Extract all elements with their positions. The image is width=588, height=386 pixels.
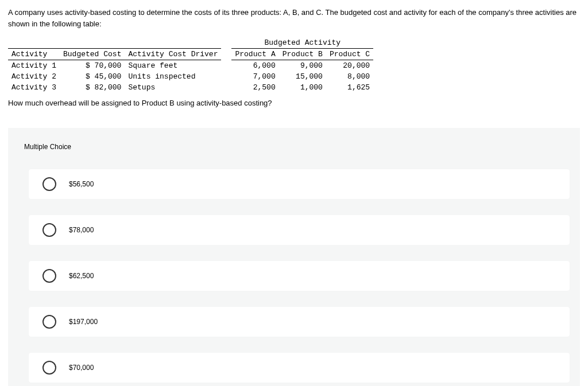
cell-prod-c: 8,000	[326, 71, 373, 82]
cell-prod-b: 15,000	[279, 71, 326, 82]
cell-prod-c: 1,625	[326, 82, 373, 93]
choice-label: $70,000	[69, 364, 94, 372]
choice-option[interactable]: $56,500	[29, 169, 570, 199]
table-row: Activity 2 $ 45,000 Units inspected 7,00…	[8, 71, 373, 82]
question-text: How much overhead will be assigned to Pr…	[8, 99, 580, 107]
cell-prod-b: 9,000	[279, 60, 326, 72]
cell-driver: Square feet	[125, 60, 221, 72]
choice-option[interactable]: $70,000	[29, 353, 570, 383]
cell-activity: Activity 3	[8, 82, 60, 93]
col-cost-driver: Activity Cost Driver	[125, 49, 221, 60]
cell-prod-a: 2,500	[231, 82, 278, 93]
cell-activity: Activity 1	[8, 60, 60, 72]
col-product-a: Product A	[231, 49, 278, 60]
choice-option[interactable]: $197,000	[29, 307, 570, 337]
activity-table: Budgeted Activity Activity Budgeted Cost…	[8, 37, 373, 93]
cell-prod-b: 1,000	[279, 82, 326, 93]
table-row: Activity 1 $ 70,000 Square feet 6,000 9,…	[8, 60, 373, 72]
cell-cost: $ 70,000	[60, 60, 125, 72]
choice-label: $56,500	[69, 180, 94, 188]
table-super-header: Budgeted Activity	[231, 37, 373, 49]
cell-prod-a: 6,000	[231, 60, 278, 72]
cell-activity: Activity 2	[8, 71, 60, 82]
radio-icon[interactable]	[42, 177, 56, 191]
table-row: Activity 3 $ 82,000 Setups 2,500 1,000 1…	[8, 82, 373, 93]
choice-option[interactable]: $62,500	[29, 261, 570, 291]
radio-icon[interactable]	[42, 223, 56, 237]
choice-label: $62,500	[69, 272, 94, 280]
col-product-c: Product C	[326, 49, 373, 60]
problem-intro: A company uses activity-based costing to…	[8, 7, 580, 29]
cell-prod-c: 20,000	[326, 60, 373, 72]
cell-prod-a: 7,000	[231, 71, 278, 82]
choice-option[interactable]: $78,000	[29, 215, 570, 245]
quiz-panel: Multiple Choice $56,500 $78,000 $62,500 …	[8, 128, 580, 386]
radio-icon[interactable]	[42, 361, 56, 375]
multiple-choice-heading: Multiple Choice	[11, 139, 577, 154]
cell-cost: $ 45,000	[60, 71, 125, 82]
cell-driver: Setups	[125, 82, 221, 93]
col-budgeted-cost: Budgeted Cost	[60, 49, 125, 60]
col-activity: Activity	[8, 49, 60, 60]
choice-label: $78,000	[69, 226, 94, 234]
radio-icon[interactable]	[42, 315, 56, 329]
radio-icon[interactable]	[42, 269, 56, 283]
cell-cost: $ 82,000	[60, 82, 125, 93]
cell-driver: Units inspected	[125, 71, 221, 82]
choice-label: $197,000	[69, 318, 98, 326]
col-product-b: Product B	[279, 49, 326, 60]
